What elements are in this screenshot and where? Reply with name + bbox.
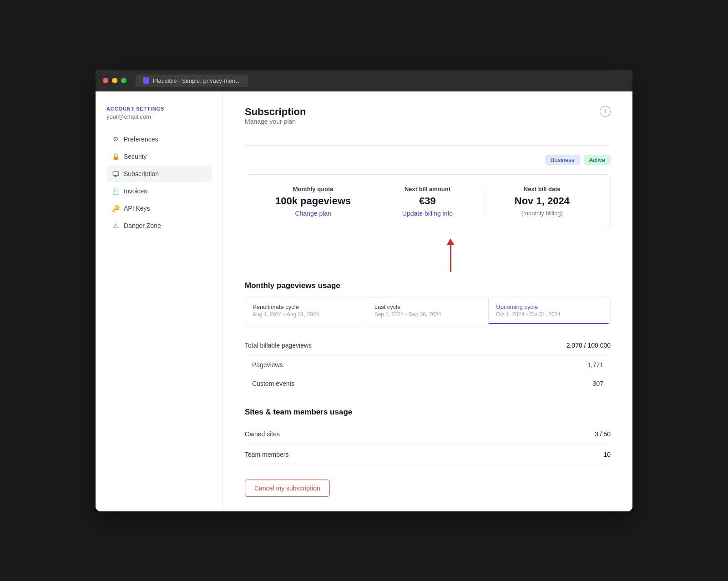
page-title-group: Subscription Manage your plan <box>245 106 306 136</box>
app-window: Plausible · Simple, privacy-frien… ACCOU… <box>96 70 632 511</box>
content-area: ACCOUNT SETTINGS your@email.com ⚙ Prefer… <box>96 91 632 511</box>
team-members-value: 10 <box>603 451 611 458</box>
upcoming-tab-title: Upcoming cycle <box>496 303 603 310</box>
last-tab-date: Sep 1, 2024 - Sep 30, 2024 <box>374 311 481 318</box>
minimize-button[interactable] <box>112 78 117 83</box>
next-date-col: Next bill date Nov 1, 2024 (monthly bill… <box>485 186 599 217</box>
close-button[interactable] <box>103 78 108 83</box>
custom-events-row: Custom events 307 <box>245 374 611 393</box>
page-header: Subscription Manage your plan i <box>245 106 611 136</box>
total-billable-label: Total billable pageviews <box>245 342 312 349</box>
pageviews-value: 1,771 <box>587 361 603 369</box>
custom-events-label: Custom events <box>252 380 294 387</box>
tab-favicon <box>143 77 149 84</box>
sidebar-item-invoices[interactable]: 🧾 Invoices <box>106 183 212 199</box>
fullscreen-button[interactable] <box>121 78 126 83</box>
next-date-label: Next bill date <box>524 186 561 192</box>
pageviews-label: Pageviews <box>252 361 283 369</box>
sidebar: ACCOUNT SETTINGS your@email.com ⚙ Prefer… <box>96 91 223 511</box>
owned-sites-label: Owned sites <box>245 430 280 438</box>
subscription-icon <box>112 170 119 177</box>
page-subtitle: Manage your plan <box>245 118 306 125</box>
sidebar-item-danger-zone[interactable]: ⚠ Danger Zone <box>106 217 212 234</box>
main-content: Subscription Manage your plan i Business… <box>223 91 632 511</box>
update-billing-link[interactable]: Update billing info <box>402 210 453 217</box>
next-bill-value: €39 <box>419 195 436 207</box>
sidebar-item-label-preferences: Preferences <box>124 136 158 143</box>
monthly-usage-section: Monthly pageviews usage Penultimate cycl… <box>245 281 611 393</box>
titlebar: Plausible · Simple, privacy-frien… <box>96 70 632 91</box>
penultimate-tab-date: Aug 1, 2024 - Aug 31, 2024 <box>253 311 359 318</box>
info-icon[interactable]: i <box>600 106 611 117</box>
sidebar-item-label-invoices: Invoices <box>124 187 147 195</box>
page-title: Subscription <box>245 106 306 118</box>
arrow-annotation <box>290 238 611 272</box>
penultimate-tab-title: Penultimate cycle <box>253 303 359 310</box>
cancel-section: Cancel my subscription <box>245 480 611 497</box>
monthly-quota-value: 100k pageviews <box>275 195 351 207</box>
cycle-tab-upcoming[interactable]: Upcoming cycle Oct 1, 2024 - Oct 31, 202… <box>489 298 610 324</box>
browser-tab[interactable]: Plausible · Simple, privacy-frien… <box>136 75 248 87</box>
next-date-value: Nov 1, 2024 <box>515 195 570 207</box>
owned-sites-row: Owned sites 3 / 50 <box>245 424 611 445</box>
total-billable-value: 2,078 / 100,000 <box>566 342 611 349</box>
key-icon: 🔑 <box>112 205 119 212</box>
monthly-quota-label: Monthly quota <box>293 186 334 192</box>
sidebar-item-security[interactable]: 🔒 Security <box>106 148 212 165</box>
plan-badge: Business <box>545 155 580 165</box>
lock-icon: 🔒 <box>112 153 119 160</box>
billing-cycle: (monthly billing) <box>521 210 563 217</box>
invoices-icon: 🧾 <box>112 187 119 195</box>
preferences-icon: ⚙ <box>112 136 119 143</box>
sidebar-item-preferences[interactable]: ⚙ Preferences <box>106 131 212 147</box>
cycle-tab-penultimate[interactable]: Penultimate cycle Aug 1, 2024 - Aug 31, … <box>245 298 367 324</box>
sidebar-item-label-subscription: Subscription <box>124 170 159 177</box>
arrow-shaft <box>450 245 451 272</box>
last-tab-title: Last cycle <box>374 303 481 310</box>
cancel-subscription-button[interactable]: Cancel my subscription <box>245 480 330 497</box>
owned-sites-value: 3 / 50 <box>595 430 611 438</box>
sidebar-item-label-danger-zone: Danger Zone <box>124 222 161 229</box>
billing-card: Monthly quota 100k pageviews Change plan… <box>245 174 611 228</box>
cycle-tab-last[interactable]: Last cycle Sep 1, 2024 - Sep 30, 2024 <box>367 298 489 324</box>
sidebar-item-api-keys[interactable]: 🔑 API Keys <box>106 200 212 217</box>
team-members-label: Team members <box>245 451 288 458</box>
pageviews-row: Pageviews 1,771 <box>245 356 611 374</box>
next-bill-col: Next bill amount €39 Update billing info <box>370 186 485 217</box>
sidebar-item-subscription[interactable]: Subscription <box>106 166 212 182</box>
next-bill-label: Next bill amount <box>404 186 450 192</box>
account-email: your@email.com <box>106 113 212 120</box>
usage-section-title: Monthly pageviews usage <box>245 281 611 290</box>
header-divider <box>245 145 611 146</box>
custom-events-value: 307 <box>593 380 603 387</box>
sites-usage-section: Sites & team members usage Owned sites 3… <box>245 408 611 465</box>
arrow-head <box>447 238 454 245</box>
tab-title: Plausible · Simple, privacy-frien… <box>153 77 241 84</box>
svg-rect-0 <box>113 171 119 175</box>
status-badge: Active <box>584 155 611 165</box>
monthly-quota-col: Monthly quota 100k pageviews Change plan <box>256 186 370 217</box>
sidebar-item-label-api-keys: API Keys <box>124 205 150 212</box>
team-members-row: Team members 10 <box>245 445 611 465</box>
sites-section-title: Sites & team members usage <box>245 408 611 417</box>
account-settings-label: ACCOUNT SETTINGS <box>106 106 212 111</box>
upcoming-tab-date: Oct 1, 2024 - Oct 31, 2024 <box>496 311 603 318</box>
total-billable-row: Total billable pageviews 2,078 / 100,000 <box>245 335 611 356</box>
sidebar-nav: ⚙ Preferences 🔒 Security Subscription <box>106 131 212 234</box>
change-plan-link[interactable]: Change plan <box>295 210 331 217</box>
sidebar-item-label-security: Security <box>124 153 147 160</box>
cycle-tabs: Penultimate cycle Aug 1, 2024 - Aug 31, … <box>245 298 611 324</box>
badges-row: Business Active <box>245 155 611 165</box>
arrow-up <box>447 238 454 272</box>
warning-icon: ⚠ <box>112 222 119 229</box>
